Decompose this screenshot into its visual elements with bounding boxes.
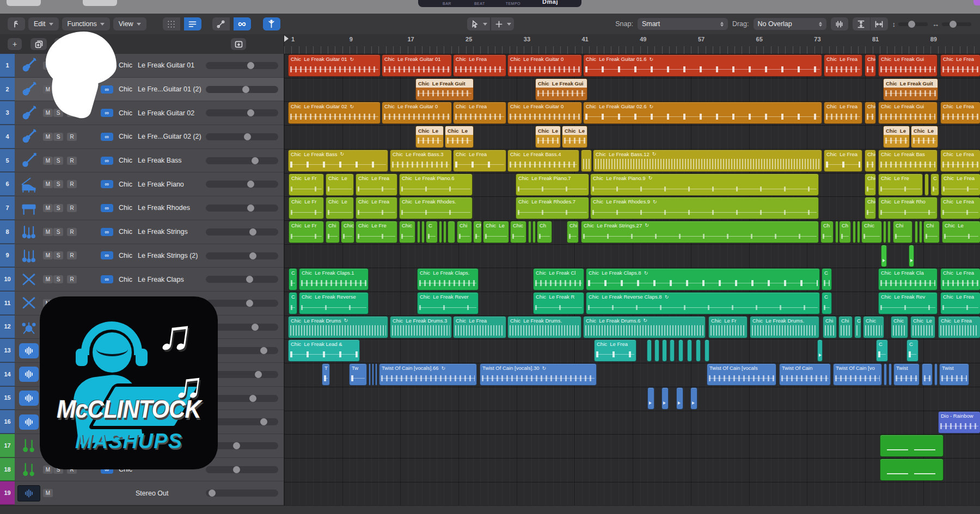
transport-button-partial[interactable] (83, 0, 117, 6)
flex-tool-button[interactable] (263, 17, 280, 30)
record-button[interactable]: R (67, 180, 77, 188)
region-track4[interactable]: Chic Le (911, 126, 938, 148)
region-track7[interactable]: Chic Le Frea (356, 197, 397, 219)
region-track12[interactable]: Chic (891, 316, 908, 338)
waveform-button[interactable] (19, 414, 39, 430)
region-track1[interactable]: Chic Le Freak Guitar 01 (382, 54, 452, 77)
region-track8[interactable]: Chic (341, 221, 354, 243)
region-track8[interactable]: Chic Le Fr (289, 221, 324, 243)
volume-slider-knob[interactable] (249, 252, 256, 259)
region-track8[interactable]: Chi (567, 221, 579, 243)
region-track8[interactable] (887, 221, 891, 243)
region-track2[interactable]: Chic Le Freak Guit (415, 78, 474, 101)
region-track10[interactable]: Chic Le Frea (940, 268, 980, 290)
region-track7[interactable]: Chic Le (326, 197, 354, 219)
record-button[interactable]: R (67, 204, 77, 212)
region-track5[interactable]: Chic (865, 150, 876, 172)
track-row-1[interactable]: 1MSR∞ChicLe Freak Guitar 01 (0, 54, 284, 78)
region-track6[interactable]: Chic Le Fr (289, 174, 324, 196)
transport-button-partial[interactable] (7, 0, 41, 6)
track-row-7[interactable]: 7MSR∞ChicLe Freak Rhodes (0, 196, 284, 220)
region-track8[interactable] (835, 221, 838, 243)
region-track8[interactable]: Chic Le (942, 221, 980, 243)
region-track8[interactable]: C (426, 221, 438, 243)
region-track10[interactable]: Chic Le Freak Cl (533, 268, 584, 290)
region-track14[interactable] (934, 363, 938, 386)
region-track13[interactable] (662, 339, 667, 362)
region-track5[interactable]: Chic Le Frea (824, 150, 862, 172)
region-track14[interactable] (889, 363, 892, 386)
track-header-view-button[interactable] (231, 38, 246, 50)
volume-slider-knob[interactable] (249, 228, 256, 236)
volume-slider-knob[interactable] (244, 133, 251, 140)
region-track15[interactable] (647, 387, 654, 410)
region-track11[interactable]: Chic Le Frea (940, 292, 980, 314)
region-track14[interactable]: Twist Of Cain [vocals].66↻ (379, 363, 477, 386)
volume-slider-knob[interactable] (249, 395, 256, 402)
region-track7[interactable]: Chic (865, 197, 876, 219)
region-track14[interactable]: Twist Of Cain [vocals (707, 363, 776, 386)
region-track7[interactable]: Chic Le Freak Rhodes.7 (516, 197, 589, 219)
playhead-marker[interactable] (284, 35, 289, 42)
region-track13[interactable]: Chic Le Frea (594, 339, 636, 362)
volume-slider-knob[interactable] (252, 157, 259, 164)
region-track14[interactable]: T (322, 363, 330, 386)
region-track14[interactable] (375, 363, 377, 386)
region-track9[interactable] (909, 245, 914, 267)
region-track3[interactable]: Chic Le Freak Guitar 0 (382, 102, 452, 124)
region-track6[interactable]: Chic Le Fre (878, 174, 923, 196)
lcd-display[interactable]: BAR BEAT TEMPO Dmaj (418, 0, 581, 7)
duplicate-track-button[interactable] (30, 38, 47, 50)
volume-slider-knob[interactable] (246, 276, 253, 283)
volume-slider[interactable] (206, 181, 278, 188)
edit-menu-button[interactable]: Edit (28, 17, 59, 30)
view-menu-button[interactable]: View (113, 17, 146, 30)
region-track13[interactable]: Chic Le Freak Lead & (288, 339, 360, 362)
region-track13[interactable] (687, 339, 692, 362)
region-track9[interactable] (881, 245, 887, 267)
volume-slider-knob[interactable] (260, 418, 267, 425)
volume-slider-knob[interactable] (242, 86, 249, 93)
track-row-3[interactable]: 3MSR∞ChicLe Freak Guitar 02 (0, 101, 284, 125)
snap-select[interactable]: Smart (638, 18, 728, 30)
volume-slider-knob[interactable] (247, 205, 254, 212)
region-track8[interactable] (448, 221, 455, 243)
region-track3[interactable]: Chic Le Freak Guitar 0 (507, 102, 582, 124)
volume-slider-knob[interactable] (252, 324, 259, 331)
mute-button[interactable]: M (43, 109, 53, 117)
region-track7[interactable]: Chic Le Freak Rhodes.9↻ (590, 197, 819, 219)
pointer-tool-button[interactable] (467, 17, 490, 30)
region-track6[interactable]: Chic Le Freak Piano.9↻ (590, 174, 819, 196)
region-track7[interactable]: Chic Le Fr (289, 197, 324, 219)
region-track1[interactable]: Chic Le Frea (940, 54, 980, 77)
volume-slider-knob[interactable] (233, 466, 240, 473)
region-track8[interactable]: Chic Le Fre (356, 221, 397, 243)
record-button[interactable]: R (67, 133, 77, 141)
region-track13[interactable]: C (876, 339, 888, 362)
region-track8[interactable] (919, 221, 922, 243)
region-track8[interactable]: Ch (839, 221, 851, 243)
secondary-tool-button[interactable] (491, 17, 514, 30)
region-track4[interactable]: Chic Le (415, 126, 444, 148)
volume-slider[interactable] (206, 133, 278, 140)
region-track8[interactable]: Chi (457, 221, 472, 243)
grid-view-button[interactable] (163, 17, 180, 30)
region-track8[interactable]: Chi (923, 221, 940, 243)
region-track10[interactable]: Chic Le Freak Claps.8↻ (586, 268, 820, 290)
solo-button[interactable]: S (53, 133, 63, 141)
region-track1[interactable]: Chic Le Frea (824, 54, 862, 77)
region-track8[interactable] (439, 221, 442, 243)
region-track8[interactable] (528, 221, 531, 243)
region-track14[interactable] (369, 363, 371, 386)
volume-slider[interactable] (206, 228, 278, 236)
region-track14[interactable]: Tw (349, 363, 367, 386)
mute-button[interactable]: M (43, 157, 53, 165)
glue-tool-button[interactable] (212, 17, 230, 30)
region-track3[interactable]: Chic Le Frea (940, 102, 980, 124)
volume-slider-knob[interactable] (233, 442, 240, 449)
region-track3[interactable]: Chic Le Freak Guitar 02.6↻ (583, 102, 822, 124)
region-track14[interactable]: Twist (893, 363, 920, 386)
mute-button[interactable]: M (43, 180, 53, 188)
region-track10[interactable]: C (822, 268, 832, 290)
region-track10[interactable]: Chic Le Freak Claps.1 (299, 268, 369, 290)
